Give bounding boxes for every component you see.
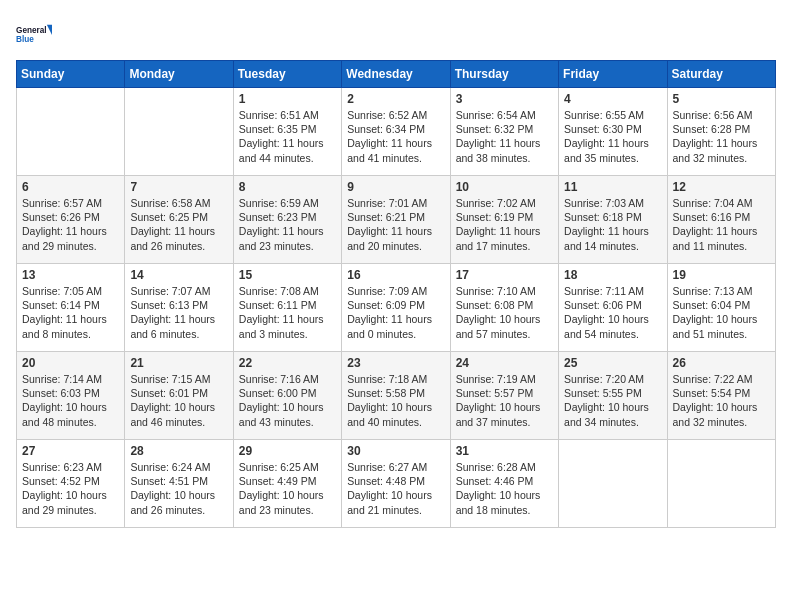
calendar-cell: 20Sunrise: 7:14 AMSunset: 6:03 PMDayligh…: [17, 352, 125, 440]
calendar-cell: 24Sunrise: 7:19 AMSunset: 5:57 PMDayligh…: [450, 352, 558, 440]
day-number: 27: [22, 444, 119, 458]
calendar-cell: 21Sunrise: 7:15 AMSunset: 6:01 PMDayligh…: [125, 352, 233, 440]
calendar-cell: [559, 440, 667, 528]
calendar-cell: 17Sunrise: 7:10 AMSunset: 6:08 PMDayligh…: [450, 264, 558, 352]
day-number: 2: [347, 92, 444, 106]
calendar-week-5: 27Sunrise: 6:23 AMSunset: 4:52 PMDayligh…: [17, 440, 776, 528]
day-header-wednesday: Wednesday: [342, 61, 450, 88]
cell-content: Sunrise: 6:24 AMSunset: 4:51 PMDaylight:…: [130, 460, 227, 517]
day-number: 31: [456, 444, 553, 458]
day-number: 20: [22, 356, 119, 370]
day-number: 17: [456, 268, 553, 282]
logo-icon: GeneralBlue: [16, 16, 52, 52]
calendar-cell: 1Sunrise: 6:51 AMSunset: 6:35 PMDaylight…: [233, 88, 341, 176]
calendar-cell: 22Sunrise: 7:16 AMSunset: 6:00 PMDayligh…: [233, 352, 341, 440]
day-number: 21: [130, 356, 227, 370]
day-number: 15: [239, 268, 336, 282]
day-number: 12: [673, 180, 770, 194]
cell-content: Sunrise: 6:25 AMSunset: 4:49 PMDaylight:…: [239, 460, 336, 517]
calendar-cell: 25Sunrise: 7:20 AMSunset: 5:55 PMDayligh…: [559, 352, 667, 440]
day-number: 6: [22, 180, 119, 194]
day-number: 22: [239, 356, 336, 370]
calendar-cell: 6Sunrise: 6:57 AMSunset: 6:26 PMDaylight…: [17, 176, 125, 264]
calendar-cell: 3Sunrise: 6:54 AMSunset: 6:32 PMDaylight…: [450, 88, 558, 176]
day-header-thursday: Thursday: [450, 61, 558, 88]
day-number: 8: [239, 180, 336, 194]
day-header-saturday: Saturday: [667, 61, 775, 88]
svg-text:Blue: Blue: [16, 35, 34, 44]
day-number: 11: [564, 180, 661, 194]
header-row: SundayMondayTuesdayWednesdayThursdayFrid…: [17, 61, 776, 88]
cell-content: Sunrise: 6:59 AMSunset: 6:23 PMDaylight:…: [239, 196, 336, 253]
cell-content: Sunrise: 6:58 AMSunset: 6:25 PMDaylight:…: [130, 196, 227, 253]
cell-content: Sunrise: 6:56 AMSunset: 6:28 PMDaylight:…: [673, 108, 770, 165]
calendar-cell: 14Sunrise: 7:07 AMSunset: 6:13 PMDayligh…: [125, 264, 233, 352]
cell-content: Sunrise: 7:09 AMSunset: 6:09 PMDaylight:…: [347, 284, 444, 341]
calendar-cell: 28Sunrise: 6:24 AMSunset: 4:51 PMDayligh…: [125, 440, 233, 528]
day-number: 19: [673, 268, 770, 282]
day-number: 13: [22, 268, 119, 282]
day-number: 23: [347, 356, 444, 370]
day-number: 26: [673, 356, 770, 370]
cell-content: Sunrise: 7:05 AMSunset: 6:14 PMDaylight:…: [22, 284, 119, 341]
cell-content: Sunrise: 6:55 AMSunset: 6:30 PMDaylight:…: [564, 108, 661, 165]
calendar-table: SundayMondayTuesdayWednesdayThursdayFrid…: [16, 60, 776, 528]
cell-content: Sunrise: 6:52 AMSunset: 6:34 PMDaylight:…: [347, 108, 444, 165]
calendar-week-2: 6Sunrise: 6:57 AMSunset: 6:26 PMDaylight…: [17, 176, 776, 264]
cell-content: Sunrise: 7:13 AMSunset: 6:04 PMDaylight:…: [673, 284, 770, 341]
page-header: GeneralBlue: [16, 16, 776, 52]
cell-content: Sunrise: 7:19 AMSunset: 5:57 PMDaylight:…: [456, 372, 553, 429]
cell-content: Sunrise: 7:08 AMSunset: 6:11 PMDaylight:…: [239, 284, 336, 341]
cell-content: Sunrise: 7:03 AMSunset: 6:18 PMDaylight:…: [564, 196, 661, 253]
cell-content: Sunrise: 7:18 AMSunset: 5:58 PMDaylight:…: [347, 372, 444, 429]
day-number: 5: [673, 92, 770, 106]
day-header-sunday: Sunday: [17, 61, 125, 88]
calendar-cell: 8Sunrise: 6:59 AMSunset: 6:23 PMDaylight…: [233, 176, 341, 264]
calendar-cell: 16Sunrise: 7:09 AMSunset: 6:09 PMDayligh…: [342, 264, 450, 352]
day-number: 25: [564, 356, 661, 370]
calendar-cell: 4Sunrise: 6:55 AMSunset: 6:30 PMDaylight…: [559, 88, 667, 176]
calendar-week-1: 1Sunrise: 6:51 AMSunset: 6:35 PMDaylight…: [17, 88, 776, 176]
day-number: 18: [564, 268, 661, 282]
day-number: 16: [347, 268, 444, 282]
cell-content: Sunrise: 7:04 AMSunset: 6:16 PMDaylight:…: [673, 196, 770, 253]
cell-content: Sunrise: 7:22 AMSunset: 5:54 PMDaylight:…: [673, 372, 770, 429]
calendar-cell: [667, 440, 775, 528]
day-header-monday: Monday: [125, 61, 233, 88]
day-number: 1: [239, 92, 336, 106]
calendar-cell: 15Sunrise: 7:08 AMSunset: 6:11 PMDayligh…: [233, 264, 341, 352]
calendar-week-4: 20Sunrise: 7:14 AMSunset: 6:03 PMDayligh…: [17, 352, 776, 440]
day-number: 24: [456, 356, 553, 370]
calendar-header: SundayMondayTuesdayWednesdayThursdayFrid…: [17, 61, 776, 88]
calendar-cell: 30Sunrise: 6:27 AMSunset: 4:48 PMDayligh…: [342, 440, 450, 528]
day-header-friday: Friday: [559, 61, 667, 88]
cell-content: Sunrise: 7:14 AMSunset: 6:03 PMDaylight:…: [22, 372, 119, 429]
cell-content: Sunrise: 6:23 AMSunset: 4:52 PMDaylight:…: [22, 460, 119, 517]
day-number: 4: [564, 92, 661, 106]
calendar-cell: 12Sunrise: 7:04 AMSunset: 6:16 PMDayligh…: [667, 176, 775, 264]
day-number: 7: [130, 180, 227, 194]
day-number: 9: [347, 180, 444, 194]
calendar-cell: 29Sunrise: 6:25 AMSunset: 4:49 PMDayligh…: [233, 440, 341, 528]
calendar-cell: 27Sunrise: 6:23 AMSunset: 4:52 PMDayligh…: [17, 440, 125, 528]
day-number: 28: [130, 444, 227, 458]
calendar-cell: 5Sunrise: 6:56 AMSunset: 6:28 PMDaylight…: [667, 88, 775, 176]
day-header-tuesday: Tuesday: [233, 61, 341, 88]
calendar-cell: [17, 88, 125, 176]
calendar-week-3: 13Sunrise: 7:05 AMSunset: 6:14 PMDayligh…: [17, 264, 776, 352]
svg-text:General: General: [16, 26, 47, 35]
calendar-cell: 13Sunrise: 7:05 AMSunset: 6:14 PMDayligh…: [17, 264, 125, 352]
day-number: 10: [456, 180, 553, 194]
calendar-cell: 9Sunrise: 7:01 AMSunset: 6:21 PMDaylight…: [342, 176, 450, 264]
svg-marker-2: [47, 25, 52, 35]
cell-content: Sunrise: 6:51 AMSunset: 6:35 PMDaylight:…: [239, 108, 336, 165]
calendar-cell: 2Sunrise: 6:52 AMSunset: 6:34 PMDaylight…: [342, 88, 450, 176]
calendar-cell: 19Sunrise: 7:13 AMSunset: 6:04 PMDayligh…: [667, 264, 775, 352]
calendar-cell: 11Sunrise: 7:03 AMSunset: 6:18 PMDayligh…: [559, 176, 667, 264]
calendar-cell: 26Sunrise: 7:22 AMSunset: 5:54 PMDayligh…: [667, 352, 775, 440]
cell-content: Sunrise: 6:28 AMSunset: 4:46 PMDaylight:…: [456, 460, 553, 517]
cell-content: Sunrise: 7:11 AMSunset: 6:06 PMDaylight:…: [564, 284, 661, 341]
cell-content: Sunrise: 7:02 AMSunset: 6:19 PMDaylight:…: [456, 196, 553, 253]
calendar-cell: 31Sunrise: 6:28 AMSunset: 4:46 PMDayligh…: [450, 440, 558, 528]
cell-content: Sunrise: 6:27 AMSunset: 4:48 PMDaylight:…: [347, 460, 444, 517]
